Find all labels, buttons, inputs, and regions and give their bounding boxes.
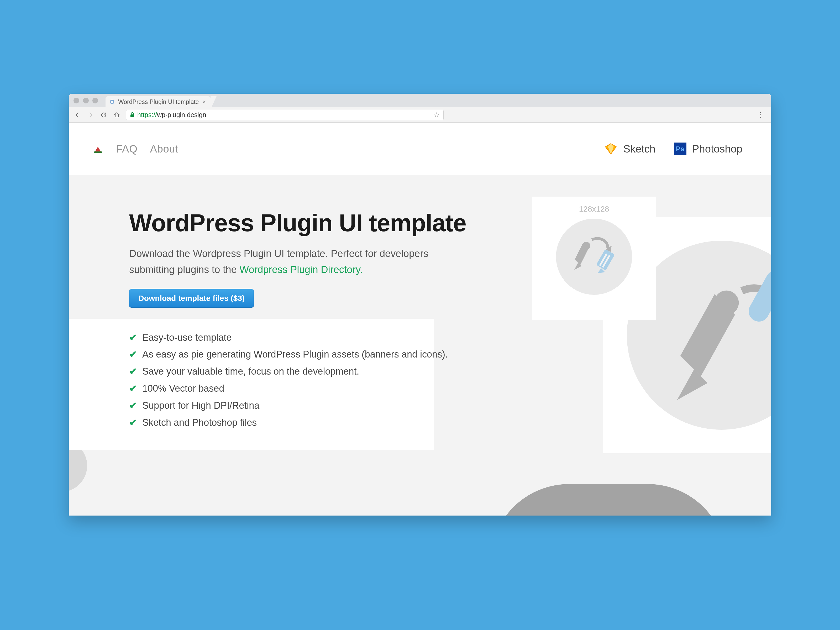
feature-text: Support for High DPI/Retina [142,398,259,413]
browser-toolbar: https://wp-plugin.design ☆ ⋮ [69,107,771,123]
hero-subtitle-link[interactable]: Wordpress Plugin Directory. [239,264,363,275]
traffic-close-icon[interactable] [74,98,79,103]
download-photoshop[interactable]: Ps Photoshop [674,142,742,155]
browser-tab[interactable]: WordPress Plugin UI template × [106,96,210,107]
check-icon: ✔ [129,381,137,396]
url-host: wp-plugin.design [157,111,206,118]
favicon-icon [109,99,115,105]
nav-faq[interactable]: FAQ [116,143,137,155]
window-controls [74,94,106,107]
tab-title: WordPress Plugin UI template [118,98,199,106]
browser-tabstrip: WordPress Plugin UI template × [69,94,771,107]
svg-rect-2 [131,114,134,117]
tab-slope [210,96,217,107]
check-icon: ✔ [129,415,137,430]
check-icon: ✔ [129,330,137,345]
hero-title: WordPress Plugin UI template [129,209,771,237]
browser-window: WordPress Plugin UI template × [69,94,771,516]
check-icon: ✔ [129,364,137,379]
check-icon: ✔ [129,398,137,413]
traffic-min-icon[interactable] [83,98,89,103]
sketch-label: Sketch [623,143,655,155]
browser-menu-icon[interactable]: ⋮ [755,111,766,119]
home-button[interactable] [113,111,121,119]
url-box[interactable]: https://wp-plugin.design ☆ [126,110,444,120]
reload-button[interactable] [100,111,107,119]
feature-text: Sketch and Photoshop files [142,415,257,430]
check-icon: ✔ [129,347,137,362]
feature-text: As easy as pie generating WordPress Plug… [142,347,448,362]
feature-item: ✔Support for High DPI/Retina [129,397,771,414]
hero-subtitle: Download the Wordpress Plugin UI templat… [129,246,431,278]
url-protocol: https:// [137,111,157,118]
feature-item: ✔Sketch and Photoshop files [129,414,771,431]
forward-button[interactable] [87,111,95,119]
svg-rect-3 [94,152,102,153]
sketch-icon [604,143,617,155]
feature-item: ✔Easy-to-use template [129,329,771,346]
lock-icon [130,112,135,118]
feature-list: ✔Easy-to-use template ✔As easy as pie ge… [129,322,771,431]
photoshop-label: Photoshop [692,143,742,155]
page-content: FAQ About Sketch Ps [69,123,771,516]
site-logo-icon[interactable] [92,143,103,154]
nav-about[interactable]: About [150,143,178,155]
back-button[interactable] [74,111,81,119]
feature-text: Save your valuable time, focus on the de… [142,364,359,379]
feature-item: ✔Save your valuable time, focus on the d… [129,363,771,380]
tab-close-icon[interactable]: × [202,98,206,105]
bookmark-star-icon[interactable]: ☆ [434,111,440,119]
svg-point-1 [111,101,113,103]
feature-text: 100% Vector based [142,381,224,396]
feature-item: ✔As easy as pie generating WordPress Plu… [129,346,771,363]
download-cta-button[interactable]: Download template files ($3) [129,289,254,308]
feature-item: ✔100% Vector based [129,380,771,397]
feature-text: Easy-to-use template [142,330,232,345]
download-sketch[interactable]: Sketch [604,143,655,155]
hero-section: WordPress Plugin UI template Download th… [69,175,771,516]
traffic-max-icon[interactable] [92,98,98,103]
decor-bottom-blob [490,484,726,516]
site-nav: FAQ About Sketch Ps [69,123,771,175]
photoshop-icon: Ps [674,142,687,155]
url-text: https://wp-plugin.design [137,111,206,118]
